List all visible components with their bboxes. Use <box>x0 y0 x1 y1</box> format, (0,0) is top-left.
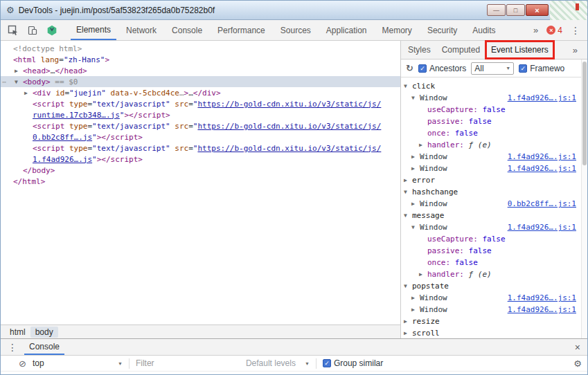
more-panels-button[interactable]: » <box>533 25 538 35</box>
source-link[interactable]: 1.f4ad926….js:1 <box>508 164 576 173</box>
title-bar[interactable]: ⚙ DevTools - juejin.im/post/5af53823f265… <box>1 1 587 20</box>
group-similar-checkbox[interactable]: ✓ Group similar <box>323 358 383 368</box>
disclosure-right-icon[interactable]: ▶ <box>404 177 412 183</box>
listener-row[interactable]: ▶handler: ƒ (e) <box>401 139 587 151</box>
sidebar-scrollbar[interactable] <box>581 60 587 338</box>
more-sidebar-tabs-button[interactable]: » <box>573 41 587 59</box>
error-badge[interactable]: × 4 <box>546 26 562 35</box>
listener-row[interactable]: once: false <box>401 257 587 268</box>
dom-tree-line[interactable]: 1.f4ad926….js"></script> <box>1 154 400 165</box>
listener-row[interactable]: ▶Window1.f4ad926….js:1 <box>401 163 587 174</box>
dom-tree-line[interactable]: <script type="text/javascript" src="http… <box>1 143 400 154</box>
disclosure-right-icon[interactable]: ▶ <box>404 318 412 324</box>
disclosure-right-icon[interactable]: ▶ <box>404 330 412 336</box>
listener-category-select[interactable]: All ▼ <box>471 62 514 75</box>
devtools-menu-button[interactable]: ⋮ <box>571 25 580 36</box>
close-window-button[interactable]: × <box>526 4 549 16</box>
drawer-menu-button[interactable]: ⋮ <box>1 339 24 355</box>
code-link[interactable]: https://b-gold-cdn.xitu.io/v3/static/js/ <box>197 100 381 109</box>
tab-sources[interactable]: Sources <box>275 20 317 40</box>
tab-elements[interactable]: Elements <box>71 20 116 40</box>
disclosure-down-icon[interactable]: ▼ <box>404 189 412 195</box>
minimize-button[interactable]: — <box>487 4 506 16</box>
dom-tree-line[interactable]: ▶<div id="juejin" data-v-5cbcd4ce…>…</di… <box>1 87 400 98</box>
disclosure-right-icon[interactable]: ▶ <box>411 165 420 172</box>
dom-tree-line[interactable]: <script type="text/javascript" src="http… <box>1 98 400 109</box>
scrollbar-thumb[interactable] <box>582 62 587 165</box>
disclosure-right-icon[interactable]: ▶ <box>419 142 427 148</box>
disclosure-right-icon[interactable]: ▶ <box>15 68 23 74</box>
disclosure-right-icon[interactable]: ▶ <box>419 271 427 277</box>
listener-row[interactable]: ▼click <box>401 80 587 92</box>
dom-tree-line[interactable]: <!doctype html> <box>1 43 400 54</box>
dom-tree-line[interactable]: runtime.17cb348….js"></script> <box>1 109 400 120</box>
source-link[interactable]: 1.f4ad926….js:1 <box>508 93 576 102</box>
listener-row[interactable]: ▶Window1.f4ad926….js:1 <box>401 151 587 163</box>
disclosure-down-icon[interactable]: ▼ <box>404 83 412 89</box>
vue-devtools-icon[interactable] <box>42 20 62 40</box>
source-link[interactable]: 1.f4ad926….js:1 <box>508 293 576 302</box>
sidebar-tab-computed[interactable]: Computed <box>436 41 485 59</box>
framework-listeners-checkbox[interactable]: ✓ Framewo <box>519 64 566 73</box>
overflow-dots-icon[interactable]: ⋯ <box>2 78 6 86</box>
log-levels-select[interactable]: Default levels ▼ <box>246 358 310 368</box>
sidebar-tab-styles[interactable]: Styles <box>402 41 436 59</box>
code-link[interactable]: runtime.17cb348….js <box>33 111 120 120</box>
tab-console-drawer[interactable]: Console <box>24 339 64 355</box>
breadcrumb-item-body[interactable]: body <box>30 327 58 338</box>
tab-performance[interactable]: Performance <box>212 20 271 40</box>
clear-console-button[interactable]: ⊘ <box>19 358 26 369</box>
dom-tree-line[interactable]: </html> <box>1 176 400 187</box>
listener-row[interactable]: ▶error <box>401 174 587 186</box>
dom-tree-line[interactable]: </body> <box>1 165 400 176</box>
listener-row[interactable]: ▶resize <box>401 315 587 327</box>
listener-row[interactable]: ▼message <box>401 210 587 221</box>
tab-application[interactable]: Application <box>321 20 373 40</box>
console-settings-button[interactable]: ⚙ <box>573 358 582 369</box>
listener-row[interactable]: ▶Window1.f4ad926….js:1 <box>401 292 587 304</box>
listener-row[interactable]: passive: false <box>401 245 587 257</box>
listener-row[interactable]: useCapture: false <box>401 233 587 245</box>
dom-tree-line[interactable]: 0.bb2c8ff….js"></script> <box>1 131 400 143</box>
listener-row[interactable]: useCapture: false <box>401 104 587 116</box>
code-link[interactable]: 0.bb2c8ff….js <box>33 133 92 142</box>
breadcrumb-item-html[interactable]: html <box>5 327 30 338</box>
device-toolbar-button[interactable] <box>23 20 42 40</box>
dom-tree-line[interactable]: <script type="text/javascript" src="http… <box>1 120 400 131</box>
code-link[interactable]: https://b-gold-cdn.xitu.io/v3/static/js/ <box>197 144 381 153</box>
ancestors-checkbox[interactable]: ✓ Ancestors <box>418 64 466 73</box>
source-link[interactable]: 0.bb2c8ff….js:1 <box>508 199 576 208</box>
tab-console[interactable]: Console <box>166 20 208 40</box>
tab-memory[interactable]: Memory <box>377 20 418 40</box>
listener-row[interactable]: ▶Window1.f4ad926….js:1 <box>401 304 587 315</box>
disclosure-down-icon[interactable]: ▼ <box>404 212 412 219</box>
listener-row[interactable]: ▼Window1.f4ad926….js:1 <box>401 221 587 233</box>
listener-row[interactable]: ▼Window1.f4ad926….js:1 <box>401 92 587 104</box>
inspect-element-button[interactable] <box>3 20 23 40</box>
listener-row[interactable]: once: false <box>401 127 587 139</box>
disclosure-down-icon[interactable]: ▼ <box>404 283 412 289</box>
source-link[interactable]: 1.f4ad926….js:1 <box>508 152 576 161</box>
sidebar-tab-event-listeners[interactable]: Event Listeners <box>485 41 554 59</box>
console-filter-input[interactable] <box>136 358 240 368</box>
disclosure-right-icon[interactable]: ▶ <box>411 295 420 301</box>
listener-row[interactable]: ▶scroll <box>401 327 587 338</box>
dom-tree-line[interactable]: ▶<head>…</head> <box>1 65 400 76</box>
source-link[interactable]: 1.f4ad926….js:1 <box>508 305 576 314</box>
tab-audits[interactable]: Audits <box>467 20 501 40</box>
console-context-select[interactable]: top ▼ <box>33 358 123 368</box>
disclosure-right-icon[interactable]: ▶ <box>411 154 420 160</box>
tab-security[interactable]: Security <box>422 20 463 40</box>
tab-network[interactable]: Network <box>121 20 162 40</box>
disclosure-right-icon[interactable]: ▶ <box>411 307 420 313</box>
close-drawer-button[interactable]: × <box>575 339 587 355</box>
disclosure-right-icon[interactable]: ▶ <box>24 90 33 96</box>
listener-row[interactable]: ▶Window0.bb2c8ff….js:1 <box>401 198 587 210</box>
refresh-listeners-button[interactable]: ↻ <box>406 63 413 73</box>
disclosure-down-icon[interactable]: ▼ <box>15 79 23 85</box>
dom-tree-line[interactable]: ⋯▼<body> == $0 <box>1 76 400 87</box>
code-link[interactable]: https://b-gold-cdn.xitu.io/v3/static/js/ <box>197 122 381 131</box>
code-link[interactable]: 1.f4ad926….js <box>33 155 92 164</box>
disclosure-down-icon[interactable]: ▼ <box>411 224 420 230</box>
listener-row[interactable]: ▼hashchange <box>401 186 587 198</box>
